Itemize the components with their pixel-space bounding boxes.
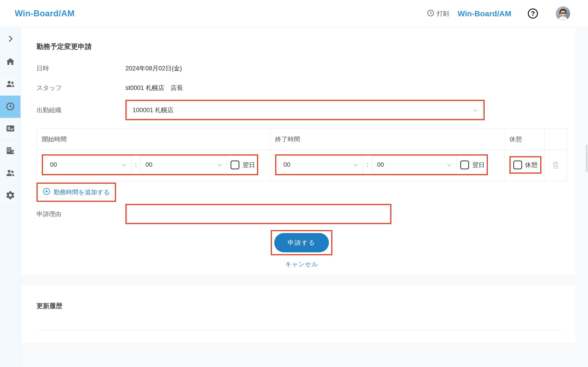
end-minute-select[interactable]: 00	[372, 156, 457, 173]
start-next-day-label: 翌日	[243, 161, 255, 169]
break-label: 休憩	[525, 161, 537, 169]
end-time-cell: 00 : 00 翌日	[270, 150, 504, 181]
add-work-time-button[interactable]: 勤務時間を追加する	[43, 188, 110, 197]
clock-nav-icon	[6, 102, 15, 112]
chevron-down-icon	[472, 106, 479, 114]
annotation-break-group: 休憩	[510, 156, 541, 174]
sidebar-expand-button[interactable]	[0, 27, 20, 51]
annotation-reason-input	[125, 204, 391, 224]
annotation-end-time-group: 00 : 00 翌日	[275, 154, 488, 175]
chevron-down-icon	[120, 161, 128, 169]
start-time-cell: 00 : 00 翌日	[37, 150, 270, 181]
punch-button[interactable]: 打刻	[427, 9, 449, 18]
request-form-card: 勤務予定変更申請 日時 2024年08月02日(金) スタッフ st0001 札…	[21, 27, 576, 275]
product-name: Win-Board/AM	[458, 9, 511, 18]
submit-button[interactable]: 申請する	[274, 233, 329, 252]
cancel-link[interactable]: キャンセル	[285, 260, 318, 268]
sidebar-item-organization[interactable]	[0, 140, 20, 162]
help-button[interactable]: ?	[528, 8, 538, 19]
chevron-down-icon	[446, 161, 453, 169]
avatar-image	[556, 6, 570, 21]
actions-header	[545, 129, 566, 150]
app-logo[interactable]: Win-Board/AM	[15, 9, 75, 18]
annotation-start-time-group: 00 : 00 翌日	[42, 154, 258, 175]
annotation-add-time: 勤務時間を追加する	[36, 183, 116, 202]
reason-label: 申請理由	[36, 210, 125, 218]
annotation-organization-select: 100001 札幌店	[125, 100, 485, 120]
shift-time-table: 開始時間 終了時間 休憩 00 : 00	[36, 128, 567, 181]
start-hour-value: 00	[50, 161, 57, 168]
sidebar-item-schedule[interactable]	[0, 96, 20, 118]
sidebar-item-requests[interactable]	[0, 118, 20, 140]
time-colon: :	[367, 161, 368, 168]
staff-label: スタッフ	[36, 84, 125, 92]
sidebar	[0, 27, 21, 367]
break-cell: 休憩	[504, 150, 545, 181]
gear-icon	[6, 190, 15, 201]
checklist-icon	[6, 124, 15, 134]
sidebar-item-members[interactable]	[0, 162, 20, 185]
row-actions-cell	[545, 150, 566, 181]
chevron-right-icon	[6, 34, 15, 44]
break-header: 休憩	[504, 129, 545, 150]
main-content: 勤務予定変更申請 日時 2024年08月02日(金) スタッフ st0001 札…	[21, 27, 588, 367]
update-history-card: 更新履歴	[21, 285, 576, 344]
add-work-time-label: 勤務時間を追加する	[53, 188, 110, 196]
home-icon	[6, 57, 15, 67]
update-history-title: 更新履歴	[36, 302, 562, 310]
chevron-down-icon	[352, 161, 359, 169]
page-title: 勤務予定変更申請	[36, 42, 567, 51]
staff-value: st0001 札幌店 店長	[125, 84, 183, 92]
end-time-header: 終了時間	[270, 129, 504, 150]
start-minute-select[interactable]: 00	[140, 156, 227, 173]
reason-input[interactable]	[127, 206, 389, 222]
chevron-down-icon	[216, 161, 223, 169]
start-minute-value: 00	[146, 161, 153, 168]
organization-select[interactable]: 100001 札幌店	[127, 102, 483, 118]
annotation-submit-button: 申請する	[271, 230, 332, 255]
people-icon	[6, 168, 15, 179]
delete-row-button[interactable]	[551, 160, 561, 170]
organization-label: 出勤組織	[36, 106, 125, 114]
start-time-header: 開始時間	[37, 129, 270, 150]
sidebar-item-staff[interactable]	[0, 73, 20, 96]
avatar[interactable]	[556, 6, 570, 21]
time-colon: :	[135, 161, 137, 168]
sidebar-item-home[interactable]	[0, 51, 20, 73]
organization-select-value: 100001 札幌店	[132, 106, 174, 114]
end-minute-value: 00	[377, 161, 384, 168]
sidebar-item-settings[interactable]	[0, 185, 20, 207]
start-hour-select[interactable]: 00	[45, 156, 132, 173]
building-icon	[6, 146, 15, 156]
app-header: Win-Board/AM 打刻 Win-Board/AM ?	[0, 0, 588, 27]
scrollbar-thumb[interactable]	[586, 144, 588, 172]
date-value: 2024年08月02日(金)	[125, 64, 182, 73]
end-hour-select[interactable]: 00	[278, 156, 363, 173]
trash-icon	[551, 160, 561, 170]
punch-label: 打刻	[437, 10, 449, 18]
history-divider	[36, 330, 562, 330]
break-checkbox[interactable]	[513, 161, 522, 169]
clock-icon	[427, 9, 435, 18]
end-next-day-checkbox[interactable]	[460, 161, 469, 169]
start-next-day-checkbox[interactable]	[231, 161, 239, 169]
date-label: 日時	[36, 64, 125, 73]
people-icon	[6, 79, 15, 90]
plus-circle-icon	[43, 188, 50, 197]
end-next-day-label: 翌日	[473, 161, 485, 169]
end-hour-value: 00	[284, 161, 290, 168]
